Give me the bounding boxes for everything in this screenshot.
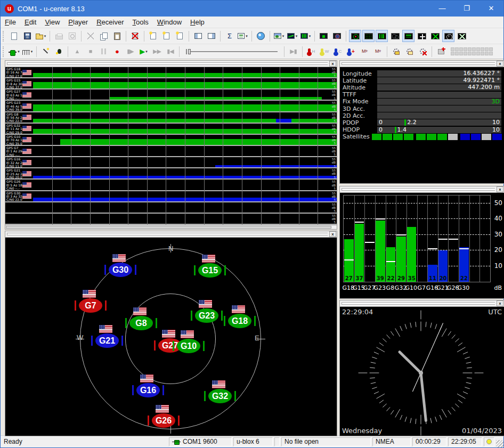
clock-splitter-bar[interactable]: x <box>340 300 504 307</box>
baudrate-dropdown-icon[interactable]: ▾ <box>31 50 33 54</box>
data-splitter-bar[interactable]: x <box>340 61 504 67</box>
map-view-dropdown-icon[interactable]: ▾ <box>282 34 284 38</box>
history-splitter-bar[interactable]: x <box>5 61 337 67</box>
clock-view-toggle-button[interactable] <box>442 30 454 42</box>
packet-console-button[interactable]: ▾ <box>237 30 249 42</box>
configuration-view-button[interactable] <box>389 30 401 42</box>
play-dropdown-icon[interactable]: ▾ <box>145 50 148 54</box>
skip-to-end-icon: ▶▮ <box>290 48 297 54</box>
menu-receiver[interactable]: Receiver <box>92 17 128 27</box>
history-hscrollbar[interactable] <box>5 225 337 229</box>
hot-start-button[interactable]: H <box>305 45 318 58</box>
maximize-button[interactable]: ❐ <box>454 1 479 17</box>
camera-view-button[interactable] <box>318 30 330 42</box>
open-file-button[interactable]: ▾ <box>35 30 47 42</box>
grid-cell <box>485 52 489 55</box>
deviation-map-button[interactable] <box>429 30 441 42</box>
status-file: No file open <box>281 437 371 446</box>
table-view-toggle-button[interactable] <box>402 30 414 42</box>
sky-splitter-track[interactable] <box>7 233 328 235</box>
gnss-config-button[interactable] <box>435 45 447 58</box>
copy-button[interactable] <box>97 30 110 42</box>
signal-close-icon[interactable]: x <box>497 186 503 192</box>
menu-edit[interactable]: Edit <box>20 17 40 27</box>
binary-console-button[interactable] <box>147 30 159 42</box>
toolbar-grip[interactable] <box>3 46 5 57</box>
docking-windows-button[interactable] <box>456 30 468 42</box>
satellite-blocks <box>372 134 503 140</box>
baudrate-button[interactable]: ▾ <box>21 45 34 58</box>
record-button[interactable]: ● <box>111 45 123 58</box>
signal-bar-g10 <box>407 227 417 282</box>
menu-file[interactable]: File <box>1 17 20 27</box>
connect-receiver-dropdown-icon[interactable]: ▾ <box>18 50 20 54</box>
open-file-dropdown-icon[interactable]: ▾ <box>44 34 46 38</box>
data-close-icon[interactable]: x <box>497 61 503 67</box>
histogram-view-dropdown-icon[interactable]: ▾ <box>309 34 311 38</box>
chart-view-button[interactable]: ▾ <box>286 30 298 42</box>
history-splitter-track[interactable] <box>7 62 328 65</box>
statistic-view-button[interactable]: Σ <box>223 30 235 42</box>
menu-window[interactable]: Window <box>153 17 186 27</box>
sky-splitter-bar[interactable]: x <box>5 231 337 238</box>
warm-start-button[interactable]: W <box>319 45 331 58</box>
signal-splitter-track[interactable] <box>342 188 495 191</box>
gauge-min: 0 <box>379 119 383 126</box>
menu-player[interactable]: Player <box>64 17 92 27</box>
save-file-button[interactable] <box>21 30 34 42</box>
send-messages-button[interactable]: M+ <box>372 45 384 58</box>
messages-view-button[interactable] <box>160 30 173 42</box>
toolbar-grip[interactable] <box>3 31 5 42</box>
sky-view-toggle-button[interactable] <box>349 30 361 42</box>
firmware-update-button[interactable] <box>331 30 343 42</box>
cold-start-button[interactable]: C <box>332 45 344 58</box>
paste-button[interactable] <box>111 30 123 42</box>
map-view-button[interactable]: ▾ <box>273 30 285 42</box>
text-console-button[interactable] <box>174 30 186 42</box>
us-flag-icon <box>140 374 153 382</box>
connect-receiver-button[interactable]: ▾ <box>8 45 20 58</box>
bar-value-label: 11 <box>427 275 438 281</box>
load-config-button[interactable] <box>403 45 416 58</box>
menu-view[interactable]: View <box>40 17 64 27</box>
google-earth-button[interactable] <box>255 30 267 42</box>
history-close-icon[interactable]: x <box>329 61 336 67</box>
menu-tools[interactable]: Tools <box>128 17 153 27</box>
new-file-button[interactable] <box>8 30 20 42</box>
signal-splitter-bar[interactable]: x <box>340 186 504 193</box>
compass-view-icon <box>418 33 426 39</box>
resize-grip[interactable] <box>496 440 503 447</box>
poll-messages-button[interactable]: M+ <box>359 45 371 58</box>
histogram-toggle-button[interactable] <box>376 30 388 42</box>
firmware-update-icon <box>333 33 341 39</box>
split-horizontal-button[interactable] <box>192 30 204 42</box>
clear-config-button[interactable] <box>417 45 429 58</box>
clock-close-icon[interactable]: x <box>497 300 503 306</box>
split-vertical-button[interactable] <box>205 30 217 42</box>
receiver-reset-button[interactable]: + <box>345 45 357 58</box>
sky-close-icon[interactable]: x <box>329 231 336 237</box>
data-view-toggle-button[interactable] <box>362 30 375 42</box>
position-slider-thumb[interactable] <box>188 49 191 54</box>
clear-messages-button[interactable] <box>129 30 141 42</box>
satellite-block <box>404 134 413 140</box>
data-label: TTFF <box>340 91 377 98</box>
play-button[interactable]: ▶▾ <box>137 45 150 58</box>
history-gridline <box>147 67 148 225</box>
debug-messages-button[interactable] <box>53 45 65 58</box>
histogram-view-button[interactable]: ▾ <box>299 30 312 42</box>
history-gridline <box>52 67 53 225</box>
minimize-button[interactable]: — <box>430 1 454 17</box>
menu-help[interactable]: Help <box>186 17 209 27</box>
step-button: ▮▶ <box>124 45 136 58</box>
data-splitter-track[interactable] <box>342 62 495 65</box>
history-hscroll-thumb[interactable] <box>6 226 331 229</box>
packet-console-dropdown-icon[interactable]: ▾ <box>246 34 248 38</box>
compass-view-button[interactable] <box>416 30 428 42</box>
chart-view-dropdown-icon[interactable]: ▾ <box>296 34 298 38</box>
clock-splitter-track[interactable] <box>342 302 495 305</box>
close-button[interactable]: ✕ <box>479 1 503 17</box>
save-config-button[interactable] <box>390 45 402 58</box>
position-slider[interactable] <box>184 47 280 56</box>
autobauding-button[interactable] <box>39 45 52 58</box>
